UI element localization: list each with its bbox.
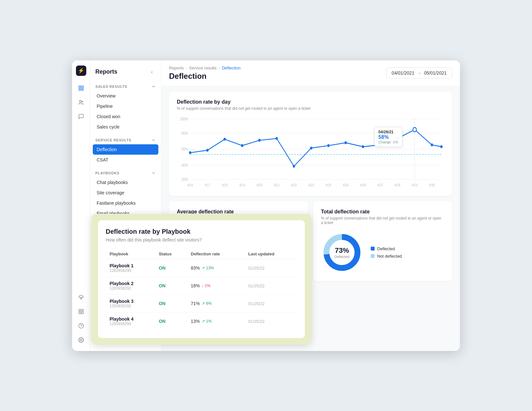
sidebar-item-chat-playbooks[interactable]: Chat playbooks bbox=[93, 177, 158, 188]
app-logo: ⚡ bbox=[76, 66, 86, 76]
deflection-rate-value: 18% ↓ 1% bbox=[191, 283, 240, 288]
svg-rect-6 bbox=[79, 309, 80, 311]
service-section-header[interactable]: SERVICE RESULTS bbox=[93, 135, 158, 144]
svg-point-31 bbox=[310, 147, 312, 149]
rate-number: 13% bbox=[191, 319, 200, 324]
donut-center: 73% Deflected bbox=[335, 246, 349, 259]
donut-area: 73% Deflected Deflected Not defl bbox=[321, 231, 444, 273]
rate-number: 71% bbox=[191, 301, 200, 306]
svg-point-4 bbox=[79, 100, 81, 102]
nav-icon-settings[interactable] bbox=[75, 334, 87, 346]
total-deflection-title: Total deflection rate bbox=[321, 209, 444, 215]
th-last-updated: Last updated bbox=[244, 249, 297, 259]
svg-text:4/23: 4/23 bbox=[308, 183, 314, 187]
table-row: Playbook 1 1283938290 ON 83% ↗ 13% 01/25… bbox=[106, 259, 297, 277]
table-row: Playbook 4 1283938294 ON 13% ↗ 1% 01/25/… bbox=[106, 312, 297, 330]
sidebar-item-csat[interactable]: CSAT bbox=[93, 155, 158, 165]
sidebar-item-sales-cycle[interactable]: Sales cycle bbox=[93, 122, 158, 132]
cell-last-updated: 01/25/22 bbox=[244, 259, 297, 277]
cell-playbook-name: Playbook 2 1283938292 bbox=[106, 277, 155, 294]
playbooks-section-header[interactable]: PLAYBOOKS bbox=[93, 168, 158, 177]
sidebar-section-service: SERVICE RESULTS Deflection CSAT bbox=[90, 135, 161, 168]
sidebar-item-deflection[interactable]: Deflection bbox=[93, 144, 158, 155]
svg-text:4/30: 4/30 bbox=[429, 183, 435, 187]
chart-container: 100% 80% 60% 40% 20% bbox=[177, 117, 444, 188]
cell-last-updated: 01/25/22 bbox=[244, 312, 297, 330]
svg-point-26 bbox=[223, 138, 226, 140]
cell-deflection-rate: 83% ↗ 13% bbox=[187, 259, 244, 277]
playbook-id: 1283938294 bbox=[110, 322, 151, 326]
svg-text:4/25: 4/25 bbox=[343, 183, 349, 187]
svg-text:4/19: 4/19 bbox=[239, 183, 245, 187]
last-updated-date: 01/25/22 bbox=[248, 319, 265, 324]
legend-not-deflected: Not deflected bbox=[371, 254, 402, 259]
svg-point-35 bbox=[379, 143, 381, 146]
svg-point-25 bbox=[206, 149, 208, 151]
breadcrumb-sep-1: › bbox=[186, 66, 187, 70]
th-deflection-rate: Deflection rate bbox=[187, 249, 244, 259]
playbook-id: 1283938292 bbox=[110, 304, 151, 308]
svg-point-27 bbox=[241, 144, 243, 147]
nav-icon-rocket[interactable] bbox=[75, 292, 87, 303]
cell-deflection-rate: 18% ↓ 1% bbox=[187, 277, 244, 294]
sidebar-item-overview[interactable]: Overview bbox=[93, 91, 158, 101]
sidebar-item-fastlane[interactable]: Fastlane playbooks bbox=[93, 198, 158, 208]
date-arrow-icon: → bbox=[417, 70, 421, 76]
cell-playbook-name: Playbook 4 1283938294 bbox=[106, 312, 155, 330]
sidebar-item-site-coverage[interactable]: Site coverage bbox=[93, 188, 158, 198]
nav-icon-grid[interactable] bbox=[75, 306, 87, 317]
breadcrumb-service[interactable]: Service results bbox=[189, 66, 217, 70]
svg-rect-8 bbox=[81, 312, 83, 313]
cell-status: ON bbox=[155, 277, 187, 294]
svg-point-34 bbox=[362, 145, 364, 148]
chart-subtitle: % of support conversations that did not … bbox=[177, 106, 444, 111]
status-badge: ON bbox=[159, 319, 165, 324]
playbook-table: Playbook Status Deflection rate Last upd… bbox=[106, 249, 297, 330]
playbook-name: Playbook 4 bbox=[110, 316, 151, 322]
date-range-picker[interactable]: 04/01/2021 → 05/01/2021 bbox=[386, 67, 452, 78]
icon-rail: ⚡ bbox=[72, 60, 90, 351]
playbook-name: Playbook 1 bbox=[110, 263, 151, 268]
status-badge: ON bbox=[159, 283, 165, 288]
sidebar-header: Reports ‹ bbox=[90, 60, 161, 81]
svg-rect-0 bbox=[79, 86, 80, 87]
sidebar-section-playbooks: PLAYBOOKS Chat playbooks Site coverage F… bbox=[90, 168, 161, 221]
playbook-id: 1283938292 bbox=[110, 286, 151, 291]
trend-up-icon: ↗ 8% bbox=[202, 301, 212, 306]
svg-text:60%: 60% bbox=[182, 147, 188, 151]
nav-icon-people[interactable] bbox=[75, 97, 87, 108]
sidebar-title: Reports bbox=[95, 68, 117, 75]
breadcrumb: Reports › Service results › Deflection bbox=[169, 66, 240, 70]
svg-text:80%: 80% bbox=[182, 131, 188, 135]
th-playbook: Playbook bbox=[106, 249, 155, 259]
svg-rect-3 bbox=[79, 88, 80, 90]
rate-number: 83% bbox=[191, 265, 200, 271]
breadcrumb-reports[interactable]: Reports bbox=[169, 66, 184, 70]
sales-section-header[interactable]: SALES RESULTS bbox=[93, 81, 158, 91]
cell-status: ON bbox=[155, 259, 187, 277]
playbook-name: Playbook 2 bbox=[110, 281, 151, 286]
table-header-row: Playbook Status Deflection rate Last upd… bbox=[106, 249, 297, 259]
last-updated-date: 01/25/22 bbox=[248, 283, 265, 288]
sidebar-collapse-button[interactable]: ‹ bbox=[148, 68, 156, 76]
svg-point-33 bbox=[345, 141, 347, 144]
svg-text:4/26: 4/26 bbox=[360, 183, 366, 187]
svg-rect-7 bbox=[81, 309, 83, 311]
svg-text:40%: 40% bbox=[182, 163, 188, 167]
trend-up-icon: ↗ 13% bbox=[202, 266, 214, 270]
svg-text:4/16: 4/16 bbox=[187, 183, 193, 187]
deflection-rate-value: 83% ↗ 13% bbox=[191, 265, 240, 271]
sidebar-item-pipeline[interactable]: Pipeline bbox=[93, 101, 158, 111]
cell-playbook-name: Playbook 3 1283938292 bbox=[106, 294, 155, 312]
playbook-id: 1283938290 bbox=[110, 268, 151, 273]
svg-rect-1 bbox=[81, 86, 83, 87]
breadcrumb-deflection[interactable]: Deflection bbox=[222, 66, 240, 70]
nav-icon-help[interactable] bbox=[75, 320, 87, 332]
nav-icon-chart[interactable] bbox=[75, 82, 87, 94]
svg-text:20%: 20% bbox=[182, 177, 188, 181]
donut-percentage: 73% bbox=[335, 246, 349, 255]
cell-status: ON bbox=[155, 312, 187, 330]
sidebar-item-closed-won[interactable]: Closed won bbox=[93, 111, 158, 122]
nav-icon-chat[interactable] bbox=[75, 111, 87, 122]
svg-rect-9 bbox=[79, 312, 80, 313]
